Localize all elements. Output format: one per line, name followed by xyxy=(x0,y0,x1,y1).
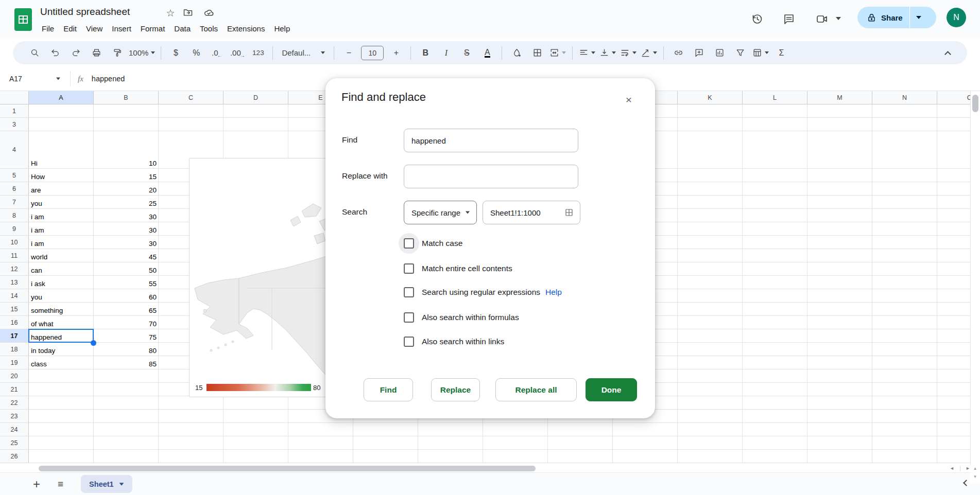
row-header-10[interactable]: 10 xyxy=(0,236,29,249)
cell-B16[interactable]: 70 xyxy=(94,316,159,329)
row-header-14[interactable]: 14 xyxy=(0,289,29,303)
cell-B12[interactable]: 50 xyxy=(94,262,159,276)
row-header-24[interactable]: 24 xyxy=(0,423,29,436)
name-box-dropdown-icon[interactable] xyxy=(56,78,60,80)
cell-B6[interactable]: 20 xyxy=(94,182,159,196)
menu-file[interactable]: File xyxy=(37,23,59,36)
done-button[interactable]: Done xyxy=(586,378,637,401)
fill-color-icon[interactable] xyxy=(508,44,525,62)
cell-B10[interactable]: 30 xyxy=(94,236,159,249)
cloud-status-icon[interactable] xyxy=(202,7,215,21)
replace-button[interactable]: Replace xyxy=(431,378,480,401)
select-all-corner[interactable] xyxy=(0,91,29,104)
cell-B19[interactable]: 85 xyxy=(94,356,159,369)
name-box[interactable]: A17 xyxy=(0,75,61,83)
horizontal-align-icon[interactable] xyxy=(578,44,596,62)
add-sheet-button[interactable]: + xyxy=(33,477,40,491)
vertical-align-icon[interactable] xyxy=(599,44,616,62)
search-icon[interactable] xyxy=(26,44,43,62)
menu-insert[interactable]: Insert xyxy=(107,23,136,36)
row-header-9[interactable]: 9 xyxy=(0,222,29,236)
select-range-icon[interactable] xyxy=(564,208,574,217)
column-header-D[interactable]: D xyxy=(223,91,288,104)
insert-chart-icon[interactable] xyxy=(711,44,728,62)
scroll-up-icon[interactable]: ▲ xyxy=(970,465,980,473)
comment-history-icon[interactable] xyxy=(779,9,799,29)
paint-format-icon[interactable] xyxy=(108,44,126,62)
find-button[interactable]: Find xyxy=(364,378,413,401)
cell-A10[interactable]: i am xyxy=(29,236,94,249)
increase-decimal-button[interactable]: .00→ xyxy=(229,44,246,62)
borders-icon[interactable] xyxy=(528,44,546,62)
cell-A19[interactable]: class xyxy=(29,356,94,369)
row-header-4[interactable]: 4 xyxy=(0,131,29,169)
menu-data[interactable]: Data xyxy=(169,23,195,36)
text-color-button[interactable]: A xyxy=(478,44,496,62)
format-percent-button[interactable]: % xyxy=(187,44,205,62)
merge-cells-icon[interactable] xyxy=(549,44,566,62)
column-header-M[interactable]: M xyxy=(807,91,872,104)
search-scope-select[interactable]: Specific range xyxy=(404,201,477,224)
replace-all-button[interactable]: Replace all xyxy=(495,378,577,401)
cell-B15[interactable]: 65 xyxy=(94,303,159,316)
vertical-scrollbar-thumb[interactable] xyxy=(972,95,978,112)
share-dropdown-icon[interactable] xyxy=(916,16,921,19)
menu-extensions[interactable]: Extensions xyxy=(222,23,269,36)
help-link[interactable]: Help xyxy=(545,288,562,297)
menu-edit[interactable]: Edit xyxy=(59,23,81,36)
format-currency-button[interactable]: $ xyxy=(167,44,184,62)
vertical-scrollbar[interactable] xyxy=(970,91,980,465)
cell-B13[interactable]: 55 xyxy=(94,276,159,289)
star-icon[interactable]: ☆ xyxy=(164,7,177,19)
row-header-11[interactable]: 11 xyxy=(0,249,29,262)
menu-help[interactable]: Help xyxy=(269,23,295,36)
increase-font-size-button[interactable]: + xyxy=(387,44,405,62)
hide-menus-icon[interactable] xyxy=(939,44,956,62)
cell-B7[interactable]: 25 xyxy=(94,196,159,209)
print-icon[interactable] xyxy=(88,44,105,62)
replace-input[interactable] xyxy=(404,165,578,188)
horizontal-scrollbar[interactable] xyxy=(0,464,980,472)
cell-A11[interactable]: world xyxy=(29,249,94,262)
decrease-font-size-button[interactable]: − xyxy=(340,44,357,62)
move-folder-icon[interactable] xyxy=(181,7,195,20)
fill-handle[interactable] xyxy=(91,340,96,346)
find-input[interactable]: happened xyxy=(404,129,578,152)
sheets-logo-icon[interactable] xyxy=(14,8,32,31)
column-header-A[interactable]: A xyxy=(29,91,94,104)
cell-A15[interactable]: something xyxy=(29,303,94,316)
version-history-icon[interactable] xyxy=(747,9,767,29)
cell-A14[interactable]: you xyxy=(29,289,94,303)
functions-icon[interactable]: Σ xyxy=(772,44,790,62)
row-header-25[interactable]: 25 xyxy=(0,436,29,450)
cell-A6[interactable]: are xyxy=(29,182,94,196)
cell-B18[interactable]: 80 xyxy=(94,343,159,356)
cell-A8[interactable]: i am xyxy=(29,209,94,222)
row-header-17[interactable]: 17 xyxy=(0,329,29,343)
bold-button[interactable]: B xyxy=(417,44,434,62)
cell-A12[interactable]: can xyxy=(29,262,94,276)
decrease-decimal-button[interactable]: .0← xyxy=(208,44,226,62)
row-header-3[interactable]: 3 xyxy=(0,118,29,131)
cell-B4[interactable]: 10 xyxy=(94,131,159,169)
meet-dropdown-icon[interactable] xyxy=(836,17,841,20)
more-formats-button[interactable]: 123 xyxy=(249,44,267,62)
avatar[interactable]: N xyxy=(947,8,966,27)
menu-tools[interactable]: Tools xyxy=(195,23,222,36)
menu-view[interactable]: View xyxy=(81,23,107,36)
zoom-select[interactable]: 100% xyxy=(129,44,155,62)
row-header-21[interactable]: 21 xyxy=(0,383,29,396)
row-header-1[interactable]: 1 xyxy=(0,104,29,118)
row-header-20[interactable]: 20 xyxy=(0,369,29,383)
table-views-icon[interactable] xyxy=(752,44,769,62)
cell-B9[interactable]: 30 xyxy=(94,222,159,236)
row-header-23[interactable]: 23 xyxy=(0,410,29,423)
filter-icon[interactable] xyxy=(731,44,749,62)
share-button[interactable]: Share xyxy=(857,7,936,28)
undo-icon[interactable] xyxy=(46,44,64,62)
formula-input[interactable]: happened xyxy=(92,75,125,83)
cell-A16[interactable]: of what xyxy=(29,316,94,329)
meet-video-icon[interactable] xyxy=(812,9,832,29)
sheet-tab[interactable]: Sheet1 xyxy=(81,475,132,493)
close-icon[interactable]: × xyxy=(621,92,637,108)
